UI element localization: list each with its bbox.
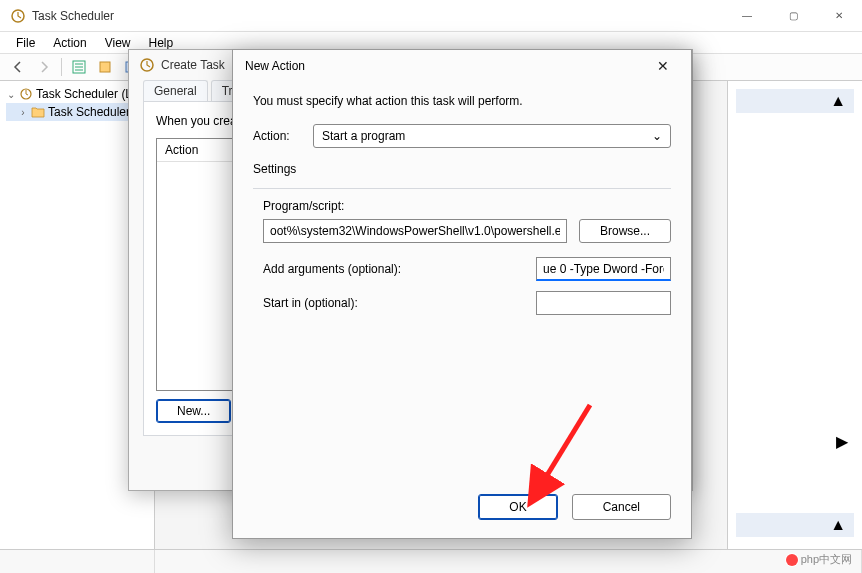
svg-rect-2 xyxy=(100,62,110,72)
statusbar xyxy=(0,549,862,573)
tree-collapse-icon[interactable]: ⌄ xyxy=(6,89,16,100)
settings-group: Program/script: Browse... Add arguments … xyxy=(253,188,671,315)
pane-collapse-bar-2[interactable]: ▲ xyxy=(736,513,854,537)
clock-icon xyxy=(19,87,33,101)
action-row: Action: Start a program ⌄ xyxy=(253,124,671,148)
minimize-button[interactable]: — xyxy=(724,0,770,32)
new-action-body: You must specify what action this task w… xyxy=(233,82,691,480)
watermark-text: php中文网 xyxy=(801,552,852,567)
new-action-button-row: OK Cancel xyxy=(233,480,691,538)
triangle-up-icon: ▲ xyxy=(830,516,846,534)
actions-pane: ▲ ▶ ▲ xyxy=(727,81,862,549)
tree-child-label: Task Scheduler xyxy=(48,105,130,119)
startin-label: Start in (optional): xyxy=(263,296,526,310)
new-action-intro: You must specify what action this task w… xyxy=(253,94,671,108)
new-action-dialog: New Action ✕ You must specify what actio… xyxy=(232,49,692,539)
program-label: Program/script: xyxy=(263,199,671,213)
close-button[interactable]: ✕ xyxy=(816,0,862,32)
clock-icon xyxy=(139,57,155,73)
pane-collapse-bar-1[interactable]: ▲ xyxy=(736,89,854,113)
ok-button[interactable]: OK xyxy=(478,494,557,520)
tree-root-label: Task Scheduler (L xyxy=(36,87,132,101)
php-logo-icon xyxy=(786,554,798,566)
properties-button[interactable] xyxy=(93,56,117,78)
folder-icon xyxy=(31,105,45,119)
menu-file[interactable]: File xyxy=(8,34,43,52)
startin-input[interactable] xyxy=(536,291,671,315)
action-dropdown[interactable]: Start a program ⌄ xyxy=(313,124,671,148)
menu-action[interactable]: Action xyxy=(45,34,94,52)
show-hide-tree-button[interactable] xyxy=(67,56,91,78)
forward-button[interactable] xyxy=(32,56,56,78)
new-action-button[interactable]: New... xyxy=(156,399,231,423)
main-titlebar: Task Scheduler — ▢ ✕ xyxy=(0,0,862,32)
watermark: php中文网 xyxy=(786,552,852,567)
tree-root[interactable]: ⌄ Task Scheduler (L xyxy=(6,85,148,103)
settings-label: Settings xyxy=(253,162,671,176)
toolbar-separator xyxy=(61,58,62,76)
arguments-row: Add arguments (optional): xyxy=(263,257,671,281)
back-button[interactable] xyxy=(6,56,30,78)
main-title: Task Scheduler xyxy=(32,9,724,23)
tab-general[interactable]: General xyxy=(143,80,208,101)
close-icon[interactable]: ✕ xyxy=(647,58,679,74)
browse-button[interactable]: Browse... xyxy=(579,219,671,243)
startin-row: Start in (optional): xyxy=(263,291,671,315)
arguments-input[interactable] xyxy=(536,257,671,281)
window-controls: — ▢ ✕ xyxy=(724,0,862,32)
tree-child[interactable]: › Task Scheduler xyxy=(6,103,148,121)
program-row: Browse... xyxy=(263,219,671,243)
program-input[interactable] xyxy=(263,219,567,243)
action-label: Action: xyxy=(253,129,303,143)
maximize-button[interactable]: ▢ xyxy=(770,0,816,32)
action-dropdown-value: Start a program xyxy=(322,129,405,143)
arguments-label: Add arguments (optional): xyxy=(263,262,526,276)
chevron-down-icon: ⌄ xyxy=(652,129,662,143)
triangle-up-icon: ▲ xyxy=(830,92,846,110)
new-action-title: New Action xyxy=(245,59,647,73)
clock-icon xyxy=(10,8,26,24)
tree-expand-icon[interactable]: › xyxy=(18,107,28,118)
expand-right-icon[interactable]: ▶ xyxy=(736,430,854,453)
cancel-button[interactable]: Cancel xyxy=(572,494,671,520)
new-action-titlebar: New Action ✕ xyxy=(233,50,691,82)
